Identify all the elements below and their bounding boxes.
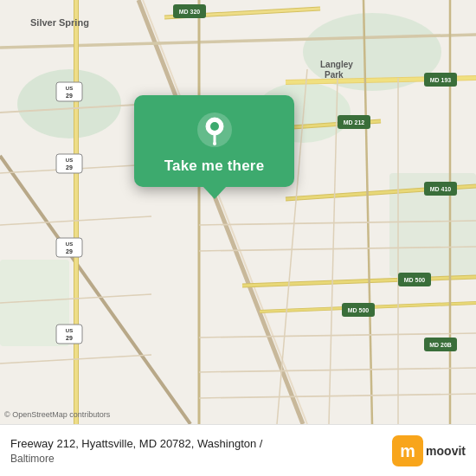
svg-text:Silver Spring: Silver Spring (30, 17, 89, 28)
svg-text:m: m (400, 441, 415, 460)
svg-text:US: US (66, 328, 73, 333)
svg-text:MD 410: MD 410 (430, 186, 452, 192)
svg-text:US: US (66, 241, 73, 247)
take-me-there-button[interactable]: Take me there (164, 158, 265, 175)
map-svg: MD 320 MD 193 MD 212 MD 410 MD 500 MD 50… (0, 0, 476, 424)
svg-text:US: US (66, 158, 73, 163)
svg-text:© OpenStreetMap contributors: © OpenStreetMap contributors (4, 410, 111, 419)
svg-text:MD 320: MD 320 (179, 9, 201, 15)
address-line1: Freeway 212, Hyattsville, MD 20782, Wash… (10, 436, 392, 452)
svg-point-1 (17, 69, 121, 138)
svg-text:29: 29 (66, 93, 73, 99)
svg-text:29: 29 (66, 164, 73, 170)
address-line2: Baltimore (10, 453, 392, 465)
svg-point-73 (213, 142, 216, 145)
svg-point-72 (210, 122, 219, 131)
svg-text:US: US (66, 86, 73, 91)
moovit-logo: m moovit (392, 435, 466, 466)
map-container: MD 320 MD 193 MD 212 MD 410 MD 500 MD 50… (0, 0, 476, 424)
svg-text:MD 500: MD 500 (348, 307, 370, 313)
footer-bar: Freeway 212, Hyattsville, MD 20782, Wash… (0, 424, 476, 476)
svg-text:MD 500: MD 500 (404, 277, 426, 283)
location-pin-icon (196, 111, 234, 149)
svg-text:29: 29 (66, 335, 73, 341)
moovit-icon: m (392, 435, 423, 466)
svg-text:Langley: Langley (320, 60, 353, 69)
moovit-label: moovit (426, 444, 466, 458)
svg-text:Park: Park (325, 70, 344, 80)
svg-text:MD 212: MD 212 (344, 119, 365, 125)
svg-text:29: 29 (66, 248, 73, 254)
address-container: Freeway 212, Hyattsville, MD 20782, Wash… (10, 436, 392, 464)
location-popup: Take me there (134, 95, 294, 187)
svg-text:MD 20B: MD 20B (429, 342, 452, 348)
svg-text:MD 193: MD 193 (430, 77, 452, 83)
